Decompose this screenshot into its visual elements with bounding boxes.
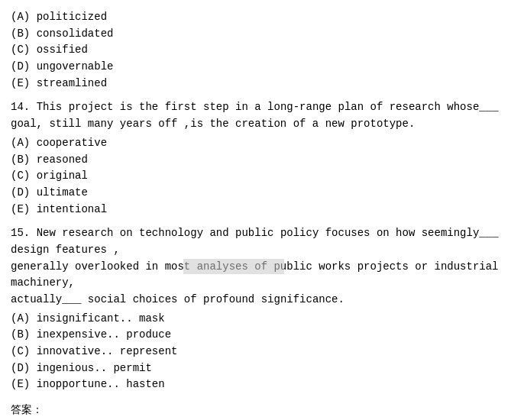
- option-14-D: (D) ultimate: [11, 185, 500, 202]
- option-list-15: (A) insignificant.. mask (B) inexpensive…: [11, 311, 500, 393]
- option-E-prev: (E) streamlined: [11, 76, 500, 92]
- option-C-prev: (C) ossified: [11, 42, 500, 59]
- option-D-prev: (D) ungovernable: [11, 59, 500, 76]
- question-14-text: 14. This project is the first step in a …: [11, 99, 500, 132]
- answer-label: 答案：: [11, 402, 500, 419]
- option-14-B: (B) reasoned: [11, 152, 500, 169]
- option-15-D: (D) ingenious.. permit: [11, 360, 500, 377]
- option-15-B: (B) inexpensive.. produce: [11, 327, 500, 344]
- option-14-A: (A) cooperative: [11, 135, 500, 152]
- question-options-prev: (A) politicized (B) consolidated (C) oss…: [11, 9, 500, 92]
- option-list-prev: (A) politicized (B) consolidated (C) oss…: [11, 9, 500, 92]
- question-14: 14. This project is the first step in a …: [11, 99, 500, 218]
- option-B-prev: (B) consolidated: [11, 26, 500, 43]
- option-14-C: (C) original: [11, 168, 500, 185]
- question-15: 15. New research on technology and publi…: [11, 225, 500, 393]
- option-A-prev: (A) politicized: [11, 9, 500, 26]
- highlight-overlay: [183, 259, 284, 274]
- option-15-C: (C) innovative.. represent: [11, 344, 500, 360]
- question-15-line2: generally overlooked in most analyses of…: [11, 259, 500, 292]
- answer-section: 答案： 1-15: ECBCD ECDDE CECDA: [11, 402, 500, 420]
- option-15-A: (A) insignificant.. mask: [11, 311, 500, 328]
- option-list-14: (A) cooperative (B) reasoned (C) origina…: [11, 135, 500, 218]
- option-14-E: (E) intentional: [11, 202, 500, 218]
- question-15-text: 15. New research on technology and publi…: [11, 225, 500, 308]
- option-15-E: (E) inopportune.. hasten: [11, 376, 500, 393]
